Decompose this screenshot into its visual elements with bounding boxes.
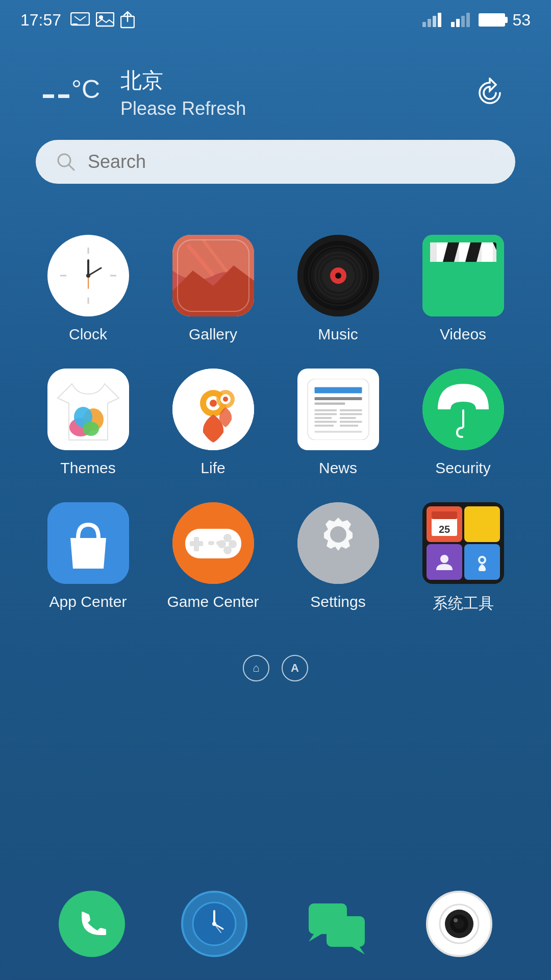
svg-rect-5	[422, 22, 426, 27]
security-icon	[422, 369, 504, 450]
page-dot-home[interactable]: ⌂	[243, 655, 269, 681]
city-name: 北京	[120, 66, 246, 95]
search-bar[interactable]	[36, 140, 515, 184]
battery-icon	[479, 13, 505, 27]
svg-rect-1	[72, 23, 78, 26]
app-label-news: News	[319, 459, 357, 477]
svg-point-56	[223, 397, 228, 402]
status-bar: 17:57	[0, 0, 551, 36]
dock	[0, 878, 551, 980]
svg-rect-6	[428, 19, 431, 27]
svg-point-86	[330, 526, 346, 543]
dock-chat-button[interactable]	[304, 891, 370, 957]
svg-point-98	[212, 922, 216, 926]
app-item-clock[interactable]: Clock	[31, 235, 145, 343]
svg-rect-89	[432, 511, 457, 519]
a-dot-label: A	[291, 662, 299, 675]
temperature-display: -- °C	[41, 67, 100, 119]
app-item-security[interactable]: Security	[406, 369, 520, 477]
app-item-systemtools[interactable]: 25 系统工具	[406, 502, 520, 614]
status-icons	[70, 11, 135, 29]
search-container	[0, 140, 551, 214]
app-item-appcenter[interactable]: App Center	[31, 502, 145, 614]
app-label-systemtools: 系统工具	[433, 593, 494, 614]
dock-clock-button[interactable]	[181, 891, 247, 957]
clock-icon	[47, 235, 129, 316]
app-item-music[interactable]: Music	[281, 235, 395, 343]
app-label-security: Security	[435, 459, 490, 477]
svg-rect-59	[314, 397, 362, 400]
svg-rect-69	[340, 421, 362, 423]
svg-rect-68	[340, 417, 356, 419]
svg-rect-61	[314, 409, 337, 411]
app-item-themes[interactable]: Themes	[31, 369, 145, 477]
life-icon	[172, 369, 254, 450]
appcenter-icon	[47, 502, 129, 584]
app-item-life[interactable]: Life	[156, 369, 270, 477]
videos-icon	[422, 235, 504, 316]
svg-point-82	[223, 546, 232, 554]
svg-point-23	[86, 274, 90, 278]
svg-rect-78	[190, 541, 203, 546]
svg-text:25: 25	[438, 524, 449, 535]
gamecenter-icon	[172, 502, 254, 584]
svg-rect-84	[216, 541, 222, 545]
news-icon	[297, 369, 379, 450]
temp-value: --	[41, 67, 71, 119]
image-icon	[96, 12, 114, 28]
app-label-gamecenter: Game Center	[167, 593, 259, 610]
chat-icon	[306, 893, 367, 954]
svg-rect-65	[314, 425, 334, 427]
status-time: 17:57	[20, 11, 61, 30]
dock-camera-button[interactable]	[426, 891, 492, 957]
svg-rect-8	[438, 13, 441, 27]
battery-level: 53	[512, 11, 531, 30]
message-icon	[70, 12, 90, 28]
signal2-icon	[450, 12, 471, 28]
app-item-gamecenter[interactable]: Game Center	[156, 502, 270, 614]
page-indicator: ⌂ A	[0, 634, 551, 697]
svg-rect-100	[327, 916, 365, 947]
app-label-clock: Clock	[69, 326, 107, 343]
svg-rect-67	[340, 413, 362, 415]
app-item-settings[interactable]: Settings	[281, 502, 395, 614]
svg-rect-71	[314, 431, 362, 433]
svg-rect-2	[96, 13, 114, 26]
phone-icon	[76, 908, 109, 941]
app-label-themes: Themes	[60, 459, 115, 477]
svg-rect-12	[466, 13, 470, 27]
svg-rect-11	[461, 16, 465, 27]
svg-rect-73	[462, 409, 464, 428]
temp-unit: °C	[71, 75, 100, 104]
camera-icon	[439, 903, 480, 944]
svg-point-34	[335, 273, 341, 279]
app-item-gallery[interactable]: Gallery	[156, 235, 270, 343]
svg-rect-10	[456, 19, 460, 27]
svg-rect-63	[314, 417, 332, 419]
app-label-music: Music	[318, 326, 358, 343]
app-label-life: Life	[201, 459, 225, 477]
svg-rect-44	[430, 262, 496, 309]
settings-icon	[297, 502, 379, 584]
svg-point-49	[83, 422, 99, 436]
refresh-button[interactable]	[469, 72, 510, 113]
page-dot-a[interactable]: A	[282, 655, 308, 681]
app-label-videos: Videos	[440, 326, 486, 343]
search-input[interactable]	[88, 151, 495, 173]
svg-rect-64	[314, 421, 337, 423]
svg-point-93	[480, 558, 484, 562]
svg-rect-70	[340, 425, 358, 427]
svg-rect-83	[208, 541, 214, 545]
svg-point-91	[440, 555, 448, 563]
dock-phone-button[interactable]	[59, 891, 125, 957]
status-right: 53	[421, 11, 531, 30]
svg-line-14	[69, 165, 74, 170]
svg-rect-60	[314, 403, 345, 405]
svg-rect-7	[433, 16, 436, 27]
app-item-videos[interactable]: Videos	[406, 235, 520, 343]
app-item-news[interactable]: News	[281, 369, 395, 477]
svg-rect-62	[314, 413, 337, 415]
app-grid: Clock Gallery	[0, 214, 551, 634]
svg-point-53	[210, 400, 217, 407]
svg-rect-58	[314, 387, 362, 394]
